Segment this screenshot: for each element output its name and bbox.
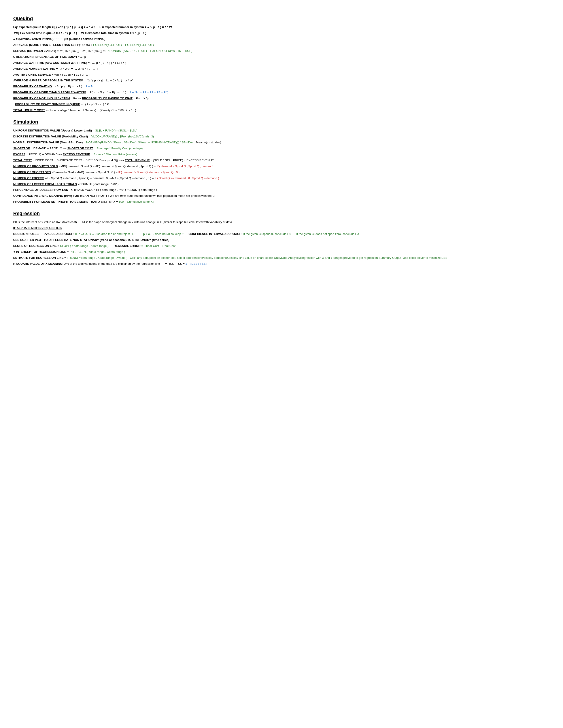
num-excess-line: NUMBER OF EXCESS =IF( $prod Q > demand ,… [13,176,550,181]
avg-number-waiting-line: AVERAGE NUMBER WAITING = ( λ * Wq) = [ λ… [13,67,550,71]
avg-number-system-line: AVERAGE NUMBER OF PEOPLE IN THE SYSTEM =… [13,78,550,83]
prob-exact-line: PROBABILITY OF EXACT NUMBER IN QUEUE = [… [13,102,550,107]
prob-waiting-line: PROBABILITY OF WAITING = ( λ / μ ) = P( … [13,84,550,89]
lambda-line: λ = (60mins / arrival interval) ~~~~~ μ … [13,37,550,41]
avg-time-service-line: AVG TIME UNTIL SERVICE = Wq + ( 1 / μ) =… [13,73,550,77]
b0-line: B0 is the intercept or Y value as X=0 (f… [13,220,550,225]
service-line: SERVICE (BETWEEN 3 AND 6) = e^[-15 * (3/… [13,49,550,53]
alpha-line: IF ALPHA IS NOT GIVEN, USE 0.05 [13,226,550,231]
pct-losses-line: PERCENTAGE OF LOSSES FROM LAST X TRIALS … [13,188,550,192]
prob-nothing-line: PROBABILITY OF NOTHING IN SYSTEM = Po ~~… [13,96,550,101]
lq-line: Lq: expected queue length = [ ( λ^2 ) / … [13,25,550,30]
shortage-line: SHORTAGE = DEMAND – PROD. Q ~~ SHORTAGE … [13,146,550,151]
arrivals-line: ARRIVALS (MORE THAN 1 : LESS THAN 5) = P… [13,43,550,47]
decision-rules-line: DECISION RULES ~~ PVALUE APPROACH: IF p … [13,232,550,236]
prob-mean-line: PROBABILITY FOR MEAN NET PROFIT TO BE MO… [13,200,550,204]
scatter-plot-line: USE SCATTER PLOT TO DIFFERENTIATE NON ST… [13,238,550,242]
regression-heading: Regression [13,210,550,217]
normal-dist-line: NORMAL DISTRIBUTION VALUE (Mean&Std Dev)… [13,140,550,145]
wq-line: Wq = expected time in queue = λ / μ * ( … [13,31,550,36]
avg-wait-line: AVERAGE WAIT TIME (AVG CUSTOMER WAIT TIM… [13,61,550,65]
slope-line: SLOPE OF REGRESSION LINE = SLOPE( Ydata … [13,244,550,248]
total-cost-line: TOTAL COST = FIXED COST + SHORTAGE COST … [13,158,550,163]
num-products-sold-line: NUMBER OF PRODUCTS SOLD =MIN( demand , $… [13,164,550,169]
total-hourly-cost-line: TOTAL HOURLY COST = ( Hourly Wage * Numb… [13,108,550,113]
estimate-line: ESTIMATE FOR REGRESSION LINE = TREND( Yd… [13,256,550,260]
uniform-dist-line: UNIFORM DISTRIBUTION VALUE (Upper & Lowe… [13,128,550,133]
top-divider [13,9,550,9]
simulation-heading: Simulation [13,118,550,126]
queuing-heading: Queuing [13,15,550,22]
ci-meaning-line: CONFIDENCE INTERVAL MEANING (95%) FOR ME… [13,194,550,198]
r-square-line: R SQUARE VALUE OF X MEANING: X% of the t… [13,262,550,266]
num-losses-line: NUMBER OF LOSSES FROM LAST X TRIALS =COU… [13,182,550,187]
excess-line: EXCESS = PROD. Q – DEMAND ~~ EXCESS REVE… [13,152,550,157]
utilization-line: UTILIZATION (PERCENTAGE OF TIME BUSY) = … [13,55,550,59]
discrete-dist-line: DISCRETE DISTRIBUTION VALUE (Probability… [13,134,550,139]
y-intercept-line: Y INTERCEPT OF REGRESSION LINE = INTERCE… [13,250,550,254]
num-shortages-line: NUMBER OF SHORTAGES =Demand – Sold =MAX(… [13,170,550,175]
prob-more-3-line: PROBABILITY OF MORE THAN 3 PEOPLE WAITIN… [13,90,550,95]
